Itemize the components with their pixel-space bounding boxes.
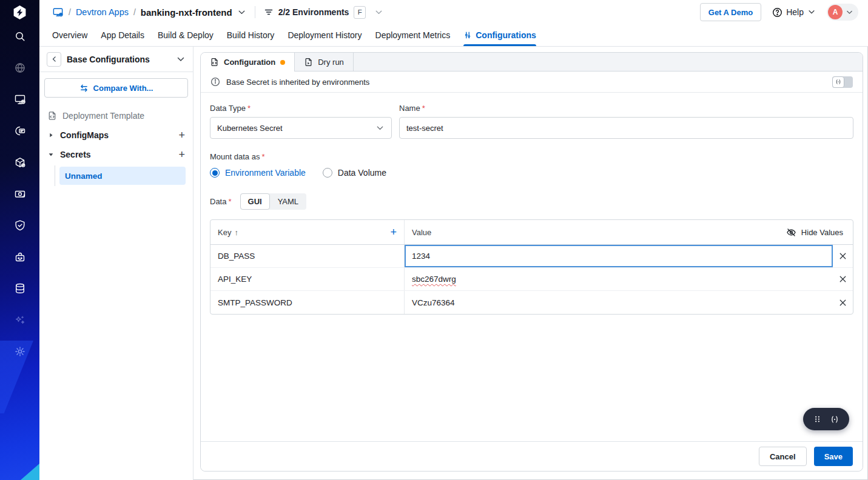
breadcrumb-app-name: banking-nxt-frontend: [141, 7, 232, 18]
inheritance-banner: Base Secret is inherited by environments: [201, 72, 863, 93]
tab-build-history[interactable]: Build History: [227, 24, 275, 46]
header-actions: Get A Demo Help A: [700, 3, 858, 21]
delete-row-icon[interactable]: [833, 268, 853, 290]
delete-row-icon[interactable]: [833, 245, 853, 267]
compare-with-button[interactable]: Compare With...: [44, 78, 188, 98]
sliders-icon: [463, 31, 472, 39]
mode-yaml-button[interactable]: YAML: [270, 193, 306, 210]
data-type-select[interactable]: Kubernetes Secret: [210, 117, 392, 139]
data-mode-section: Data* GUI YAML: [210, 193, 853, 210]
code-toggle-icon: [832, 76, 844, 88]
sidebar-group-configmaps[interactable]: ConfigMaps +: [44, 125, 188, 145]
automation-bot-icon[interactable]: [8, 250, 32, 264]
devtron-logo[interactable]: [12, 0, 28, 24]
key-value-table: Key↑ + Value Hide Values DB: [210, 219, 853, 315]
breadcrumb-separator: /: [133, 7, 136, 17]
settings-gear-icon[interactable]: [8, 344, 32, 359]
drag-handle-icon[interactable]: [813, 415, 822, 424]
key-column-header[interactable]: Key: [218, 228, 231, 237]
sidebar-title: Base Configurations: [67, 55, 170, 64]
security-icon[interactable]: [8, 218, 32, 233]
value-cell-focused[interactable]: 1234: [405, 245, 833, 267]
add-configmap-icon[interactable]: +: [178, 130, 185, 141]
search-icon[interactable]: [8, 29, 32, 44]
primary-icon-rail: [0, 0, 39, 480]
select-chevron-icon: [375, 124, 385, 133]
data-mode-toggle: GUI YAML: [240, 193, 307, 210]
breadcrumb-app-group-link[interactable]: Devtron Apps: [76, 7, 129, 17]
tab-build-deploy[interactable]: Build & Deploy: [158, 24, 214, 46]
key-cell[interactable]: DB_PASS: [210, 245, 405, 267]
value-cell[interactable]: VCzu76364: [405, 291, 833, 314]
mount-data-section: Mount data as* Environment Variable Data…: [210, 152, 853, 178]
unsaved-changes-dot: [280, 60, 285, 65]
radio-environment-variable[interactable]: Environment Variable: [210, 168, 306, 178]
global-insights-icon[interactable]: [8, 61, 32, 75]
app-icon: [52, 7, 64, 18]
add-row-icon[interactable]: +: [390, 227, 397, 238]
config-nav-list: Deployment Template ConfigMaps + Secrets…: [39, 106, 193, 186]
radio-selected-icon: [210, 168, 220, 178]
help-menu[interactable]: Help: [772, 7, 816, 18]
data-label: Data*: [210, 197, 232, 206]
add-secret-icon[interactable]: +: [178, 149, 185, 160]
top-header: / Devtron Apps / banking-nxt-frontend 2/…: [39, 0, 868, 24]
sidebar-title-chevron-icon[interactable]: [176, 55, 186, 64]
breadcrumb: / Devtron Apps / banking-nxt-frontend: [52, 7, 246, 18]
caret-down-icon: [47, 152, 55, 158]
environments-selector[interactable]: 2/2 Environments F: [264, 6, 384, 19]
header-divider: [255, 6, 255, 18]
packages-icon[interactable]: [8, 155, 32, 170]
cost-visibility-icon[interactable]: [8, 187, 32, 201]
info-icon: [210, 77, 220, 87]
get-a-demo-button[interactable]: Get A Demo: [700, 3, 761, 21]
tab-dry-run[interactable]: Dry run: [295, 53, 354, 71]
radio-data-volume[interactable]: Data Volume: [323, 168, 386, 178]
table-header: Key↑ + Value Hide Values: [210, 220, 853, 245]
code-file-icon: [47, 111, 57, 121]
sort-up-icon[interactable]: ↑: [234, 228, 238, 237]
floating-code-widget[interactable]: [803, 408, 849, 430]
app-switcher-chevron-icon[interactable]: [237, 8, 246, 17]
tab-configuration[interactable]: Configuration: [201, 53, 295, 72]
code-editor-icon: [830, 415, 839, 424]
user-menu-chevron-icon: [846, 8, 853, 16]
key-cell[interactable]: SMTP_PASSWORD: [210, 291, 405, 314]
secrets-tree: Unnamed: [55, 165, 188, 186]
required-marker: *: [247, 104, 251, 113]
tab-overview[interactable]: Overview: [52, 24, 87, 46]
delete-row-icon[interactable]: [833, 291, 853, 314]
tab-configurations[interactable]: Configurations: [463, 24, 536, 46]
ai-sparkles-icon[interactable]: [8, 313, 32, 327]
sidebar-group-secrets[interactable]: Secrets +: [44, 145, 188, 164]
back-button[interactable]: [47, 52, 61, 67]
help-chevron-icon: [807, 8, 816, 16]
hide-values-button[interactable]: Hide Values: [786, 227, 843, 238]
sidebar-item-deployment-template[interactable]: Deployment Template: [44, 106, 188, 125]
environments-chevron-icon[interactable]: [374, 8, 383, 17]
resource-stack-icon[interactable]: [8, 281, 32, 296]
applications-icon[interactable]: [8, 92, 32, 107]
table-row: DB_PASS 1234: [210, 245, 853, 268]
user-menu[interactable]: A: [827, 4, 858, 21]
editor-tabs: Configuration Dry run: [201, 53, 863, 72]
cancel-button[interactable]: Cancel: [759, 447, 807, 466]
cloud-jobs-icon[interactable]: [8, 124, 32, 138]
value-cell[interactable]: sbc267dwrg: [405, 268, 833, 290]
sidebar-item-unnamed-secret[interactable]: Unnamed: [59, 167, 186, 185]
mode-gui-button[interactable]: GUI: [240, 193, 270, 210]
tab-app-details[interactable]: App Details: [101, 24, 144, 46]
code-view-toggle[interactable]: [832, 76, 853, 88]
code-file-icon: [210, 58, 219, 67]
filter-icon: [264, 7, 274, 17]
tab-deployment-history[interactable]: Deployment History: [288, 24, 362, 46]
key-cell[interactable]: API_KEY: [210, 268, 405, 290]
secret-editor-panel: Configuration Dry run Base Secret is inh…: [200, 52, 863, 472]
required-marker: *: [228, 197, 231, 206]
tab-deployment-metrics[interactable]: Deployment Metrics: [375, 24, 451, 46]
breadcrumb-separator: /: [69, 7, 71, 17]
caret-right-icon: [47, 132, 55, 138]
save-button[interactable]: Save: [814, 447, 853, 466]
radio-unselected-icon: [323, 168, 332, 178]
secret-name-input[interactable]: [399, 117, 853, 139]
